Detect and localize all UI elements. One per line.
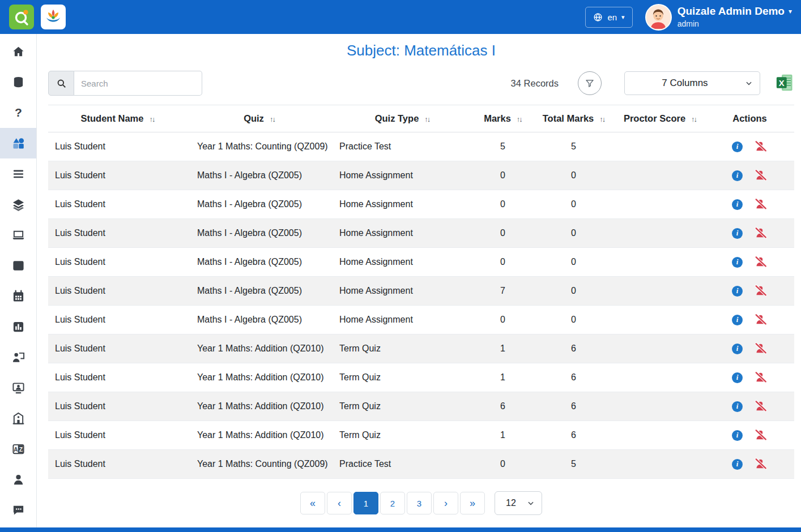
user-role: admin <box>678 19 792 29</box>
table-row: Luis StudentYear 1 Maths: Addition (QZ01… <box>48 363 794 392</box>
language-label: en <box>607 12 617 22</box>
sidebar-item-reports[interactable] <box>0 311 36 342</box>
top-bar: en ▾ Quizale Admin Demo ▾ <box>0 0 801 34</box>
sidebar-item-language-settings[interactable]: AZ <box>0 434 36 464</box>
page-button-1[interactable]: 1 <box>353 492 378 514</box>
search-button[interactable] <box>48 71 74 96</box>
sidebar-item-messages[interactable] <box>0 495 36 525</box>
avatar <box>645 4 672 31</box>
column-header-marks[interactable]: Marks↑↓ <box>473 105 532 132</box>
column-header-proctor-score[interactable]: Proctor Score↑↓ <box>615 105 705 132</box>
info-icon[interactable]: i <box>732 315 743 325</box>
sort-icon[interactable]: ↑↓ <box>517 115 522 123</box>
user-menu[interactable]: Quizale Admin Demo ▾ admin <box>645 4 792 31</box>
sidebar-item-gradebook[interactable] <box>0 250 36 281</box>
cell-proctor-score <box>615 277 705 306</box>
info-icon[interactable]: i <box>732 344 743 354</box>
first-page-button[interactable]: « <box>300 492 325 514</box>
info-icon[interactable]: i <box>732 141 743 152</box>
user-slash-icon[interactable] <box>754 314 768 326</box>
page-button-3[interactable]: 3 <box>407 492 432 514</box>
cell-student-name: Luis Student <box>48 161 187 190</box>
info-icon[interactable]: i <box>732 199 743 210</box>
sort-icon[interactable]: ↑↓ <box>270 115 275 123</box>
language-selector[interactable]: en ▾ <box>585 7 632 28</box>
sidebar-item-home[interactable] <box>0 36 36 67</box>
sort-icon[interactable]: ↑↓ <box>424 115 429 123</box>
user-name: Quizale Admin Demo <box>678 5 785 18</box>
next-page-button[interactable]: › <box>433 492 458 514</box>
info-icon[interactable]: i <box>732 170 743 181</box>
info-icon[interactable]: i <box>732 459 743 470</box>
search-input[interactable] <box>74 71 202 96</box>
user-slash-icon[interactable] <box>754 285 768 297</box>
sidebar-item-profile[interactable] <box>0 464 36 495</box>
results-table: Student Name↑↓Quiz↑↓Quiz Type↑↓Marks↑↓To… <box>48 105 794 479</box>
sidebar-item-proctoring[interactable] <box>0 372 36 403</box>
column-label: Actions <box>732 113 767 123</box>
table-row: Luis StudentMaths I - Algebra (QZ005)Hom… <box>48 219 794 248</box>
column-header-quiz-type[interactable]: Quiz Type↑↓ <box>331 105 473 132</box>
sort-icon[interactable]: ↑↓ <box>149 115 154 123</box>
chevron-down-icon: ▾ <box>789 7 792 15</box>
sidebar-item-dashboard[interactable] <box>0 67 36 97</box>
excel-icon: X <box>776 73 794 92</box>
filter-button[interactable] <box>578 71 602 95</box>
table-row: Luis StudentYear 1 Maths: Addition (QZ01… <box>48 421 794 450</box>
user-slash-icon[interactable] <box>754 342 768 355</box>
sidebar-item-school[interactable] <box>0 403 36 434</box>
app-logo[interactable] <box>9 5 34 29</box>
column-header-quiz[interactable]: Quiz↑↓ <box>187 105 331 132</box>
cell-quiz: Year 1 Maths: Addition (QZ010) <box>187 334 331 363</box>
user-slash-icon[interactable] <box>754 429 768 441</box>
sort-icon[interactable]: ↑↓ <box>599 115 604 123</box>
cell-marks: 1 <box>473 363 532 392</box>
info-icon[interactable]: i <box>732 372 743 383</box>
sidebar-item-menu[interactable] <box>0 158 36 189</box>
column-label: Student Name <box>81 113 144 123</box>
cell-marks: 1 <box>473 334 532 363</box>
sidebar-item-online-classes[interactable] <box>0 220 36 250</box>
excel-export-button[interactable]: X <box>775 73 794 93</box>
previous-page-button[interactable]: ‹ <box>327 492 352 514</box>
sidebar: ?AZ <box>0 34 37 527</box>
cell-marks: 0 <box>473 190 532 219</box>
info-icon[interactable]: i <box>732 401 743 412</box>
user-slash-icon[interactable] <box>754 198 768 211</box>
column-header-student-name[interactable]: Student Name↑↓ <box>48 105 187 132</box>
svg-text:?: ? <box>15 106 22 119</box>
sidebar-item-results[interactable] <box>0 128 36 158</box>
sidebar-item-calendar[interactable] <box>0 281 36 311</box>
table-row: Luis StudentYear 1 Maths: Counting (QZ00… <box>48 450 794 479</box>
user-slash-icon[interactable] <box>754 458 768 470</box>
info-icon[interactable]: i <box>732 286 743 297</box>
info-icon[interactable]: i <box>732 257 743 268</box>
user-slash-icon[interactable] <box>754 400 768 413</box>
sidebar-item-teachers[interactable] <box>0 342 36 372</box>
info-icon[interactable]: i <box>732 430 743 441</box>
sort-icon[interactable]: ↑↓ <box>691 115 696 123</box>
column-label: Total Marks <box>543 113 594 123</box>
page-button-2[interactable]: 2 <box>380 492 405 514</box>
column-label: Quiz Type <box>375 113 419 123</box>
sidebar-item-help[interactable]: ? <box>0 97 36 128</box>
user-slash-icon[interactable] <box>754 169 768 182</box>
laptop-icon <box>12 229 25 242</box>
column-header-total-marks[interactable]: Total Marks↑↓ <box>532 105 615 132</box>
sidebar-item-subjects[interactable] <box>0 189 36 220</box>
columns-select[interactable]: 7 Columns <box>624 71 760 95</box>
table-row: Luis StudentMaths I - Algebra (QZ005)Hom… <box>48 277 794 306</box>
user-slash-icon[interactable] <box>754 140 768 153</box>
cell-quiz: Year 1 Maths: Counting (QZ009) <box>187 450 331 479</box>
last-page-button[interactable]: » <box>460 492 485 514</box>
page-size-select[interactable]: 12 <box>495 491 542 515</box>
user-slash-icon[interactable] <box>754 256 768 268</box>
cell-quiz-type: Home Assignment <box>331 219 473 248</box>
chart-icon <box>12 320 25 333</box>
cell-total-marks: 5 <box>532 132 615 161</box>
cell-proctor-score <box>615 306 705 334</box>
info-icon[interactable]: i <box>732 228 743 239</box>
user-slash-icon[interactable] <box>754 227 768 239</box>
school-logo[interactable] <box>41 5 66 29</box>
user-slash-icon[interactable] <box>754 371 768 384</box>
